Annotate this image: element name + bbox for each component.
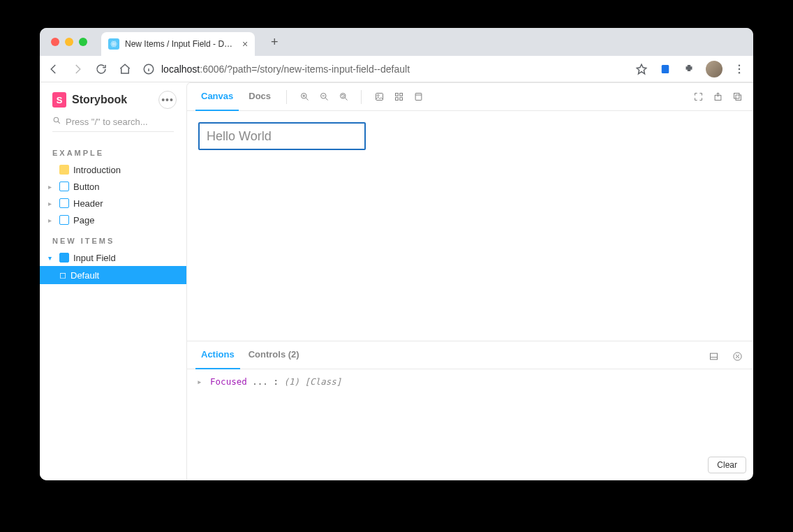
main-panel: Canvas Docs Actions — [186, 82, 753, 480]
open-isolated-icon[interactable] — [710, 89, 725, 105]
sidebar-item-header[interactable]: ▸ Header — [40, 195, 186, 212]
sidebar-item-page[interactable]: ▸ Page — [40, 212, 186, 228]
tab-docs[interactable]: Docs — [243, 83, 276, 111]
sidebar-item-introduction[interactable]: Introduction — [40, 161, 186, 178]
svg-point-21 — [340, 94, 346, 99]
maximize-window-icon[interactable] — [79, 38, 87, 46]
brand-logo-icon: S — [52, 92, 66, 108]
caret-icon: ▸ — [48, 216, 55, 224]
svg-point-24 — [377, 94, 379, 96]
grid-icon[interactable] — [391, 89, 406, 105]
svg-rect-26 — [399, 94, 402, 96]
sidebar-item-input-field[interactable]: ▾ Input Field — [40, 249, 186, 266]
sidebar-menu-button[interactable]: ••• — [158, 91, 177, 109]
browser-tabbar: New Items / Input Field - Defau × + — [40, 28, 753, 56]
svg-point-9 — [739, 64, 740, 66]
sidebar-item-label: Header — [73, 198, 103, 209]
browser-window: New Items / Input Field - Defau × + loca… — [40, 28, 753, 480]
storybook-app: S Storybook ••• EXAMPLE Introduction ▸ — [40, 82, 753, 480]
profile-avatar[interactable] — [706, 61, 722, 77]
expand-caret-icon[interactable]: ▸ — [197, 376, 202, 387]
sidebar-story-default[interactable]: ◻ Default — [40, 266, 186, 284]
svg-line-22 — [345, 98, 347, 100]
back-icon[interactable] — [47, 62, 61, 76]
actions-log: ▸ Focused ... : (1) [Class] — [187, 369, 753, 480]
svg-rect-27 — [395, 98, 398, 101]
svg-point-0 — [113, 43, 114, 45]
svg-rect-29 — [415, 94, 422, 101]
action-ellipsis: ... — [252, 376, 268, 387]
address-bar[interactable]: localhost:6006/?path=/story/new-items-in… — [142, 62, 625, 76]
caret-down-icon: ▾ — [48, 254, 55, 262]
home-icon[interactable] — [118, 62, 132, 76]
extensions-puzzle-icon[interactable] — [682, 62, 696, 76]
reload-icon[interactable] — [94, 62, 108, 76]
story-canvas — [187, 111, 753, 341]
forward-icon[interactable] — [71, 62, 84, 76]
canvas-toolbar: Canvas Docs — [187, 83, 753, 111]
new-tab-button[interactable]: + — [265, 32, 284, 52]
site-info-icon[interactable] — [142, 62, 156, 76]
zoom-reset-icon[interactable] — [336, 89, 351, 105]
browser-toolbar: localhost:6006/?path=/story/new-items-in… — [40, 56, 753, 82]
demo-text-input[interactable] — [198, 122, 366, 150]
svg-rect-8 — [662, 65, 669, 73]
addons-tabs: Actions Controls (2) — [187, 341, 753, 369]
fullscreen-icon[interactable] — [690, 89, 706, 105]
component-icon — [59, 253, 69, 263]
browser-tab[interactable]: New Items / Input Field - Defau × — [101, 32, 255, 56]
viewport-icon[interactable] — [410, 89, 426, 105]
close-window-icon[interactable] — [51, 38, 59, 46]
svg-line-13 — [58, 121, 60, 124]
tab-actions[interactable]: Actions — [195, 341, 240, 369]
addons-position-icon[interactable] — [706, 348, 721, 364]
svg-point-12 — [54, 117, 59, 122]
svg-point-11 — [739, 72, 740, 73]
search-icon — [52, 116, 61, 127]
action-colon: : — [273, 376, 279, 387]
clear-button[interactable]: Clear — [708, 457, 746, 473]
sidebar-item-label: Page — [73, 215, 94, 226]
sidebar-item-button[interactable]: ▸ Button — [40, 178, 186, 195]
bookmark-icon: ◻ — [59, 270, 66, 280]
copy-link-icon[interactable] — [729, 89, 745, 105]
tab-controls[interactable]: Controls (2) — [243, 341, 305, 369]
background-icon[interactable] — [371, 89, 387, 105]
svg-rect-23 — [376, 94, 383, 101]
component-icon — [59, 215, 69, 225]
component-icon — [59, 198, 69, 208]
brand: S Storybook — [52, 92, 127, 108]
sidebar-story-label: Default — [71, 270, 99, 281]
browser-right-icons — [635, 61, 746, 77]
extension-shield-icon[interactable] — [658, 62, 672, 76]
sidebar-group-new-items: NEW ITEMS ▾ Input Field ◻ Default — [40, 230, 186, 286]
sidebar-search[interactable] — [52, 116, 174, 132]
window-controls — [47, 28, 93, 56]
svg-line-15 — [306, 98, 308, 100]
sidebar-item-label: Introduction — [73, 165, 121, 175]
tab-close-icon[interactable]: × — [242, 38, 248, 50]
svg-rect-32 — [734, 94, 739, 99]
zoom-out-icon[interactable] — [316, 89, 332, 105]
sidebar: S Storybook ••• EXAMPLE Introduction ▸ — [40, 82, 186, 480]
tab-title: New Items / Input Field - Defau — [125, 39, 237, 49]
doc-icon — [59, 165, 69, 175]
brand-name: Storybook — [72, 94, 127, 106]
svg-rect-33 — [736, 95, 741, 101]
minimize-window-icon[interactable] — [65, 38, 73, 46]
search-input[interactable] — [66, 117, 183, 127]
caret-icon: ▸ — [48, 183, 55, 191]
svg-rect-28 — [399, 98, 402, 101]
bookmark-star-icon[interactable] — [635, 62, 649, 76]
sidebar-item-label: Button — [73, 182, 100, 192]
svg-line-19 — [325, 98, 327, 100]
svg-rect-34 — [710, 353, 717, 360]
zoom-in-icon[interactable] — [297, 89, 312, 105]
kebab-menu-icon[interactable] — [732, 62, 746, 76]
action-meta: (1) [Class] — [283, 376, 341, 387]
group-title: EXAMPLE — [40, 149, 186, 161]
addons-close-icon[interactable] — [729, 348, 745, 364]
svg-rect-25 — [395, 94, 398, 96]
tab-canvas[interactable]: Canvas — [195, 83, 239, 111]
tab-favicon-icon — [108, 38, 119, 50]
